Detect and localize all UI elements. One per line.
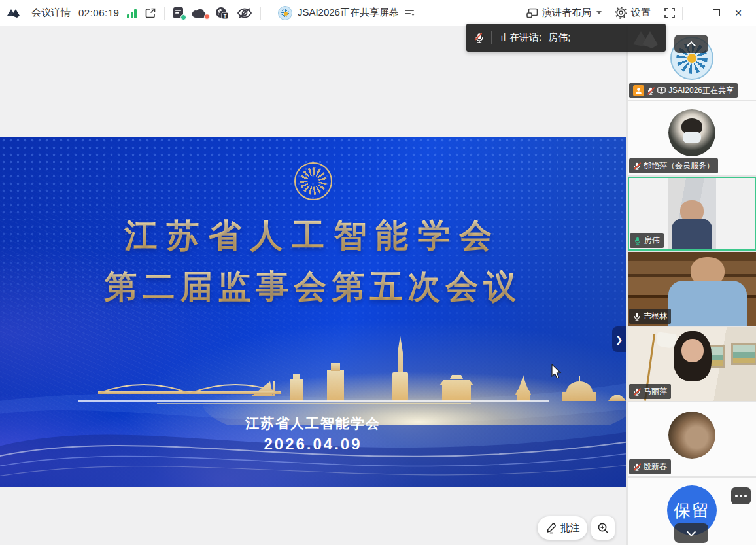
slide-title-line1: 江苏省人工智能学会	[0, 214, 626, 258]
mouse-cursor	[551, 364, 562, 379]
scroll-down-button[interactable]	[674, 523, 708, 543]
zoom-in-button[interactable]	[591, 516, 615, 540]
toast-divider	[491, 31, 492, 44]
next-page-arrow[interactable]: ❯	[612, 326, 626, 352]
muted-mic-icon	[633, 162, 641, 170]
participant-name: 郁艳萍（会员服务）	[644, 160, 714, 171]
svg-text:T: T	[224, 12, 227, 18]
layout-selector-label: 演讲者布局	[542, 7, 591, 19]
muted-mic-icon	[474, 33, 485, 43]
maximize-button[interactable]	[705, 0, 727, 26]
slide-footer-org: 江苏省人工智能学会	[0, 414, 626, 432]
minimize-button[interactable]: —	[683, 0, 705, 26]
magnifier-plus-icon	[597, 522, 610, 535]
participants-sidebar: JSAI2026正在共享 郁艳萍（会员服务） 房伟	[626, 26, 756, 545]
speaking-names: 房伟;	[548, 31, 570, 44]
participant-avatar	[668, 412, 715, 459]
participant-name-tag: 吉根林	[629, 309, 671, 324]
presentation-slide: 江苏省人工智能学会 第二届监事会第五次会议	[0, 137, 626, 487]
participant-video	[668, 178, 716, 249]
hide-view-eye-off-icon[interactable]	[237, 7, 252, 20]
close-button[interactable]: ✕	[727, 0, 749, 26]
watermark-logo-icon	[630, 27, 662, 52]
top-toolbar: 会议详情 02:06:19 T J	[0, 0, 756, 26]
tencent-meeting-logo-icon	[7, 7, 24, 19]
scroll-up-button[interactable]	[674, 35, 708, 53]
network-signal-icon[interactable]	[127, 8, 137, 18]
active-mic-icon	[634, 237, 642, 245]
slide-title-line2: 第二届监事会第五次会议	[0, 265, 626, 309]
speaking-prefix: 正在讲话:	[500, 31, 541, 44]
transcription-icon[interactable]: T	[215, 7, 229, 20]
speaking-toast: 正在讲话: 房伟;	[466, 24, 666, 52]
muted-mic-icon	[633, 463, 641, 471]
share-status-text: JSAI2026正在共享屏幕	[298, 7, 399, 19]
meeting-timer: 02:06:19	[78, 7, 119, 18]
participant-tile[interactable]: 郁艳萍（会员服务）	[628, 101, 756, 175]
annotate-label: 批注	[560, 522, 580, 535]
recording-status-dot	[180, 14, 186, 20]
window-controls: — ✕	[683, 0, 749, 26]
share-list-switch-icon[interactable]	[404, 9, 415, 18]
fullscreen-button[interactable]	[657, 0, 682, 26]
meeting-window: 会议详情 02:06:19 T J	[0, 0, 756, 545]
chevron-down-icon	[596, 11, 602, 14]
participant-tile[interactable]: 殷新春	[628, 402, 756, 476]
participant-tile[interactable]: 吉根林	[628, 252, 756, 326]
more-options-button[interactable]	[731, 487, 751, 504]
cloud-status-dot	[204, 14, 210, 20]
member-badge-icon	[633, 85, 644, 96]
toolbar-divider	[164, 7, 165, 20]
participant-name: 马丽萍	[644, 386, 667, 397]
toolbar-divider	[260, 7, 261, 20]
participant-tile-active-speaker[interactable]: 房伟	[628, 177, 756, 251]
screen-share-icon	[657, 87, 666, 94]
participant-tile[interactable]: 马丽萍	[628, 327, 756, 401]
layout-selector-button[interactable]: 演讲者布局	[520, 0, 608, 26]
participant-name: 吉根林	[644, 311, 667, 322]
participant-name-tag: 马丽萍	[629, 384, 671, 399]
shared-screen-area: 江苏省人工智能学会 第二届监事会第五次会议	[0, 26, 626, 545]
slide-footer-date: 2026.04.09	[0, 435, 626, 453]
jsai-gold-emblem-icon	[294, 162, 332, 200]
participant-name-tag: 房伟	[630, 233, 664, 248]
participant-name-tag: JSAI2026正在共享	[629, 83, 738, 98]
muted-mic-icon	[647, 87, 655, 95]
open-in-new-window-icon[interactable]	[145, 7, 156, 19]
pen-icon	[545, 523, 557, 534]
settings-button[interactable]: 设置	[608, 0, 657, 26]
participant-avatar	[668, 109, 715, 156]
muted-mic-icon	[633, 388, 641, 396]
meeting-details-button[interactable]: 会议详情	[31, 7, 71, 19]
participant-name: 房伟	[644, 235, 660, 246]
participant-name: 殷新春	[644, 461, 667, 472]
annotate-button[interactable]: 批注	[538, 516, 587, 540]
participant-name-tag: 殷新春	[629, 459, 671, 474]
cloud-icon[interactable]	[192, 8, 207, 18]
city-skyline-graphic	[0, 333, 626, 425]
share-status: JSAI2026正在共享屏幕	[278, 6, 415, 20]
participant-name: JSAI2026正在共享	[668, 85, 734, 96]
sharer-avatar	[278, 6, 292, 20]
participant-name-tag: 郁艳萍（会员服务）	[629, 158, 718, 173]
mic-on-icon	[633, 313, 641, 321]
recording-file-icon[interactable]	[173, 7, 184, 19]
settings-label: 设置	[631, 7, 651, 19]
